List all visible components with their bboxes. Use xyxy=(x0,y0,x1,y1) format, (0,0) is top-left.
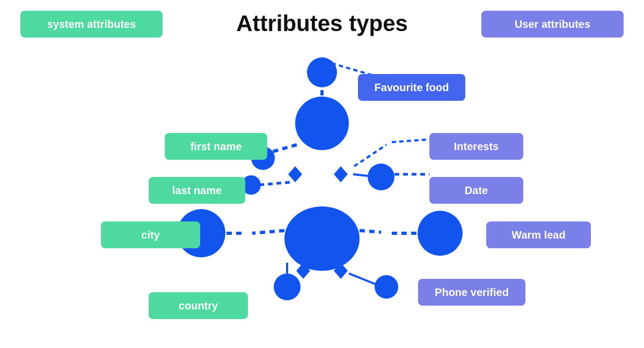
country-label: country xyxy=(149,292,248,319)
favourite-food-label: Favourite food xyxy=(358,74,465,101)
svg-marker-8 xyxy=(288,166,302,182)
user-attributes-badge[interactable]: User attributes xyxy=(481,11,624,38)
svg-line-11 xyxy=(252,231,284,233)
svg-line-5 xyxy=(268,145,297,153)
svg-point-25 xyxy=(375,275,398,299)
svg-point-1 xyxy=(284,206,360,271)
svg-point-23 xyxy=(418,211,463,256)
svg-line-19 xyxy=(353,174,368,176)
svg-line-21 xyxy=(360,231,381,232)
svg-point-15 xyxy=(274,273,301,300)
svg-marker-17 xyxy=(334,166,348,182)
system-attributes-badge[interactable]: system attributes xyxy=(20,11,163,38)
warm-lead-label: Warm lead xyxy=(486,221,591,248)
interests-label: Interests xyxy=(429,133,523,160)
svg-line-27 xyxy=(354,145,386,166)
svg-marker-24 xyxy=(334,263,348,279)
svg-marker-14 xyxy=(296,263,310,279)
svg-point-0 xyxy=(295,97,349,150)
svg-point-3 xyxy=(307,57,337,87)
phone-verified-label: Phone verified xyxy=(418,279,525,306)
svg-point-18 xyxy=(368,164,394,190)
page-title: Attributes types xyxy=(236,11,408,36)
first-name-label: first name xyxy=(165,133,267,160)
svg-line-28 xyxy=(392,139,429,142)
city-label: city xyxy=(101,221,200,248)
svg-line-26 xyxy=(349,273,376,284)
svg-line-9 xyxy=(258,182,290,185)
date-label: Date xyxy=(429,177,523,204)
last-name-label: last name xyxy=(149,177,245,204)
